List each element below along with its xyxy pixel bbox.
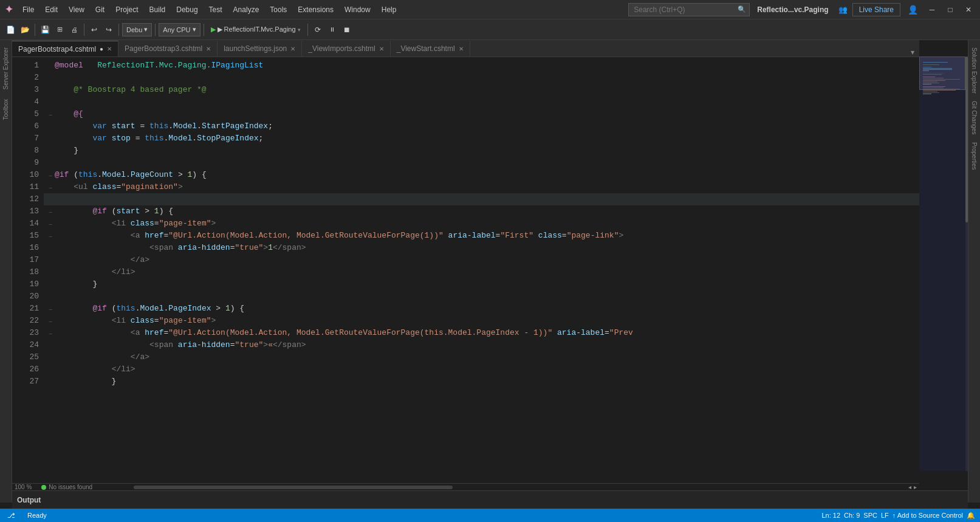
code-line[interactable] [44, 72, 919, 84]
ln-ch-indicator[interactable]: Ln: 12 [821, 512, 840, 519]
config-dropdown[interactable]: Debu ▾ [122, 23, 152, 36]
tab-view-start[interactable]: _ViewStart.cshtml ✕ [391, 41, 470, 57]
code-line[interactable] [44, 96, 919, 108]
server-explorer-label[interactable]: Server Explorer [1, 45, 10, 92]
fold-icon[interactable] [46, 292, 55, 301]
live-share-button[interactable]: Live Share [852, 3, 900, 16]
run-button[interactable]: ▶ ▶ ReflectionIT.Mvc.Paging ▾ [207, 24, 304, 35]
minimize-button[interactable]: ─ [925, 3, 939, 16]
code-line[interactable]: − @if (this.Model.PageIndex > 1) { [44, 303, 919, 315]
code-line[interactable]: − @{ [44, 108, 919, 120]
tab-close-icon[interactable]: ✕ [290, 46, 295, 52]
tab-close-icon[interactable]: ✕ [206, 46, 211, 52]
code-line[interactable]: </a> [44, 254, 919, 266]
git-changes-label[interactable]: Git Changes [970, 98, 979, 137]
code-line[interactable]: </a> [44, 351, 919, 363]
horizontal-scrollbar[interactable]: 100 % No issues found ◂ ▸ [12, 483, 919, 490]
code-line[interactable]: <span aria-hidden="true">«</span> [44, 339, 919, 351]
code-line[interactable]: } [44, 145, 919, 157]
menu-git[interactable]: Git [91, 3, 109, 16]
fold-icon[interactable]: − [46, 317, 55, 325]
fold-icon[interactable] [46, 377, 55, 386]
platform-dropdown[interactable]: Any CPU ▾ [159, 23, 200, 36]
code-line[interactable]: } [44, 278, 919, 290]
fold-icon[interactable] [46, 146, 55, 155]
code-line[interactable]: −@if (this.Model.PageCount > 1) { [44, 169, 919, 181]
break-icon[interactable]: ⏸ [326, 23, 339, 36]
fold-icon[interactable] [46, 280, 55, 289]
fold-icon[interactable] [46, 268, 55, 276]
menu-build[interactable]: Build [145, 3, 171, 16]
fold-icon[interactable] [46, 134, 55, 143]
code-line[interactable]: − @if (start > 1) { [44, 205, 919, 218]
fold-icon[interactable] [46, 341, 55, 349]
code-line[interactable] [44, 290, 919, 303]
code-line[interactable]: </li> [44, 363, 919, 376]
fold-icon[interactable] [46, 86, 55, 94]
fold-icon[interactable]: − [46, 329, 55, 337]
menu-help[interactable]: Help [377, 3, 402, 16]
menu-view[interactable]: View [64, 3, 89, 16]
print-icon[interactable]: 🖨 [67, 23, 81, 36]
tab-close-icon[interactable]: ✕ [459, 46, 464, 52]
close-button[interactable]: ✕ [962, 3, 975, 16]
scroll-right-icon[interactable]: ▸ [914, 484, 917, 490]
code-line[interactable]: − <a href="@Url.Action(Model.Action, Mod… [44, 327, 919, 339]
code-line[interactable]: } [44, 376, 919, 388]
menu-project[interactable]: Project [111, 3, 143, 16]
code-line[interactable] [44, 193, 919, 205]
code-line[interactable]: @* Boostrap 4 based pager *@ [44, 84, 919, 96]
tab-pager-bootstrap3[interactable]: PagerBootstrap3.cshtml ✕ [118, 41, 218, 57]
fold-icon[interactable]: − [46, 110, 55, 118]
code-editor[interactable]: 1234567891011121314151617181920212223242… [12, 57, 919, 483]
minimap[interactable] [919, 57, 968, 471]
code-line[interactable]: − <li class="page-item"> [44, 218, 919, 230]
fold-icon[interactable]: − [46, 219, 55, 228]
tab-close-icon[interactable]: ✕ [107, 46, 112, 52]
menu-debug[interactable]: Debug [171, 3, 202, 16]
fold-icon[interactable] [46, 61, 55, 70]
fold-icon[interactable]: − [46, 232, 55, 240]
fold-icon[interactable] [46, 122, 55, 131]
menu-extensions[interactable]: Extensions [293, 3, 338, 16]
fold-icon[interactable] [46, 244, 55, 252]
open-folder-icon[interactable]: 📂 [18, 23, 32, 36]
redo-icon[interactable]: ↪ [102, 23, 115, 36]
new-file-icon[interactable]: 📄 [4, 23, 17, 36]
code-line[interactable]: var start = this.Model.StartPageIndex; [44, 120, 919, 132]
search-input[interactable] [628, 3, 750, 16]
tab-close-icon[interactable]: ✕ [379, 46, 384, 52]
tab-view-imports[interactable]: _ViewImports.cshtml ✕ [302, 41, 390, 57]
stop-icon[interactable]: ⏹ [340, 23, 354, 36]
menu-edit[interactable]: Edit [40, 3, 63, 16]
toolbox-label[interactable]: Toolbox [1, 97, 10, 122]
fold-icon[interactable] [46, 195, 55, 204]
code-line[interactable]: </li> [44, 266, 919, 278]
undo-icon[interactable]: ↩ [87, 23, 101, 36]
refresh-icon[interactable]: ⟳ [311, 23, 324, 36]
menu-file[interactable]: File [18, 3, 39, 16]
save-all-icon[interactable]: ⊞ [53, 23, 66, 36]
code-line[interactable]: − <ul class="pagination"> [44, 181, 919, 193]
tab-overflow-button[interactable]: ▾ [906, 48, 919, 57]
code-line[interactable]: − <a href="@Url.Action(Model.Action, Mod… [44, 230, 919, 242]
menu-tools[interactable]: Tools [265, 3, 292, 16]
code-content[interactable]: @model ReflectionIT.Mvc.Paging.IPagingLi… [44, 57, 919, 483]
bell-icon[interactable]: 🔔 [967, 512, 975, 520]
fold-icon[interactable] [46, 365, 55, 374]
tab-launch-settings[interactable]: launchSettings.json ✕ [218, 41, 302, 57]
account-icon[interactable]: 👤 [905, 2, 920, 17]
fold-icon[interactable] [46, 256, 55, 264]
git-branch-item[interactable]: ⎇ [5, 509, 18, 522]
code-line[interactable]: − <li class="page-item"> [44, 315, 919, 327]
properties-label[interactable]: Properties [970, 140, 979, 173]
solution-explorer-label[interactable]: Solution Explorer [970, 45, 979, 96]
fold-icon[interactable] [46, 98, 55, 106]
add-source-control-label[interactable]: ↑ Add to Source Control [893, 512, 963, 519]
line-ending-indicator[interactable]: LF [881, 512, 889, 519]
menu-test[interactable]: Test [204, 3, 227, 16]
code-line[interactable] [44, 157, 919, 169]
fold-icon[interactable]: − [46, 171, 55, 179]
tab-pager-bootstrap4[interactable]: PagerBootstrap4.cshtml ● ✕ [12, 41, 118, 57]
scroll-left-icon[interactable]: ◂ [908, 484, 911, 490]
